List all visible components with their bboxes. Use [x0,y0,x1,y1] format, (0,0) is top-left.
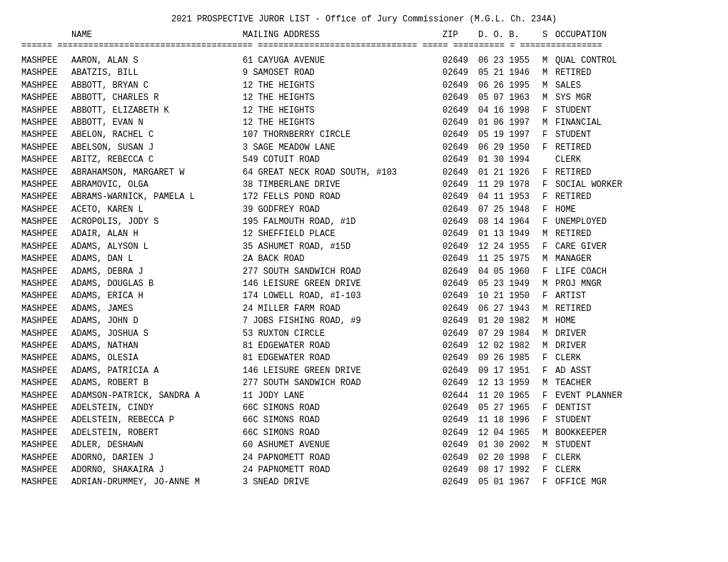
cell-zip: 02649 [443,439,478,451]
cell-city: MASHPEE [21,142,71,154]
cell-address: 9 SAMOSET ROAD [243,67,443,79]
cell-occupation: FINANCIAL [555,117,707,129]
cell-address: 66C SIMONS ROAD [243,427,443,439]
cell-dob: 04 05 1960 [478,266,542,278]
cell-city: MASHPEE [21,452,71,464]
cell-occupation: HOME [555,315,707,327]
table-row: MASHPEE ABBOTT, CHARLES R 12 THE HEIGHTS… [21,92,707,104]
table-row: MASHPEE ADAMS, ROBERT B 277 SOUTH SANDWI… [21,377,707,389]
cell-dob: 04 16 1998 [478,105,542,117]
cell-name: ABBOTT, CHARLES R [71,92,243,104]
cell-name: ADELSTEIN, ROBERT [71,427,243,439]
cell-address: 39 GODFREY ROAD [243,204,443,216]
cell-city: MASHPEE [21,67,71,79]
cell-sex: F [542,179,555,191]
cell-name: ABRAMS-WARNICK, PAMELA L [71,191,243,203]
cell-zip: 02649 [443,340,478,352]
cell-address: 66C SIMONS ROAD [243,402,443,414]
cell-dob: 12 04 1965 [478,427,542,439]
cell-address: 81 EDGEWATER ROAD [243,352,443,364]
cell-address: 61 CAYUGA AVENUE [243,55,443,67]
cell-sex: F [542,476,555,489]
cell-occupation: SALES [555,80,707,92]
cell-sex: F [542,204,555,216]
cell-name: ADAMS, OLESIA [71,352,243,364]
cell-dob: 06 29 1950 [478,142,542,154]
cell-sex: F [542,266,555,278]
cell-name: ABRAHAMSON, MARGARET W [71,167,243,179]
cell-sex: F [542,365,555,377]
cell-occupation: EVENT PLANNER [555,390,707,402]
cell-occupation: RETIRED [555,67,707,79]
cell-zip: 02649 [443,253,478,265]
cell-dob: 09 17 1951 [478,365,542,377]
cell-occupation: TEACHER [555,377,707,389]
cell-name: ABELON, RACHEL C [71,129,243,141]
cell-dob: 11 29 1978 [478,179,542,191]
cell-city: MASHPEE [21,92,71,104]
cell-occupation: PROJ MNGR [555,278,707,290]
cell-name: ADAMSON-PATRICK, SANDRA A [71,390,243,402]
table-row: MASHPEE ADAMS, DEBRA J 277 SOUTH SANDWIC… [21,266,707,278]
cell-address: 11 JODY LANE [243,390,443,402]
cell-address: 24 PAPNOMETT ROAD [243,452,443,464]
cell-occupation: HOME [555,204,707,216]
cell-dob: 05 21 1946 [478,67,542,79]
cell-zip: 02649 [443,402,478,414]
cell-name: AARON, ALAN S [71,55,243,67]
cell-sex: M [542,427,555,439]
cell-sex: M [542,55,555,67]
cell-name: ADORNO, DARIEN J [71,452,243,464]
cell-sex: M [542,278,555,290]
table-row: MASHPEE ADAMS, PATRICIA A 146 LEISURE GR… [21,365,707,377]
cell-address: 146 LEISURE GREEN DRIVE [243,278,443,290]
cell-zip: 02649 [443,129,478,141]
cell-zip: 02649 [443,228,478,240]
cell-zip: 02649 [443,328,478,340]
cell-dob: 01 20 1982 [478,315,542,327]
cell-occupation: DRIVER [555,340,707,352]
cell-occupation: RETIRED [555,167,707,179]
table-row: MASHPEE ABBOTT, ELIZABETH K 12 THE HEIGH… [21,105,707,117]
cell-dob: 01 06 1997 [478,117,542,129]
cell-zip: 02649 [443,464,478,476]
cell-occupation: SYS MGR [555,92,707,104]
cell-name: ABBOTT, ELIZABETH K [71,105,243,117]
table-row: MASHPEE AARON, ALAN S 61 CAYUGA AVENUE 0… [21,55,707,67]
cell-dob: 11 25 1975 [478,253,542,265]
cell-city: MASHPEE [21,390,71,402]
table-row: MASHPEE ADELSTEIN, CINDY 66C SIMONS ROAD… [21,402,707,414]
cell-dob: 06 26 1995 [478,80,542,92]
cell-name: ADAMS, ALYSON L [71,241,243,253]
cell-occupation: RETIRED [555,228,707,240]
cell-address: 24 MILLER FARM ROAD [243,303,443,315]
cell-name: ADRIAN-DRUMMEY, JO-ANNE M [71,476,243,489]
cell-zip: 02649 [443,352,478,364]
cell-sex: F [542,191,555,203]
table-row: MASHPEE ABITZ, REBECCA C 549 COTUIT ROAD… [21,154,707,166]
cell-dob: 04 11 1953 [478,191,542,203]
cell-sex: F [542,105,555,117]
cell-sex: M [542,92,555,104]
cell-zip: 02649 [443,303,478,315]
table-row: MASHPEE ABRAHAMSON, MARGARET W 64 GREAT … [21,167,707,179]
cell-occupation: CLERK [555,464,707,476]
header-city [21,30,71,40]
cell-occupation: BOOKKEEPER [555,427,707,439]
divider-line: ====== =================================… [21,41,707,51]
cell-city: MASHPEE [21,427,71,439]
cell-city: MASHPEE [21,216,71,228]
cell-dob: 01 21 1926 [478,167,542,179]
cell-name: ABATZIS, BILL [71,67,243,79]
cell-zip: 02649 [443,414,478,426]
cell-zip: 02649 [443,452,478,464]
table-row: MASHPEE ABELON, RACHEL C 107 THORNBERRY … [21,129,707,141]
cell-city: MASHPEE [21,129,71,141]
cell-zip: 02649 [443,427,478,439]
cell-address: 35 ASHUMET ROAD, #15D [243,241,443,253]
table-row: MASHPEE ADAMSON-PATRICK, SANDRA A 11 JOD… [21,390,707,402]
cell-address: 195 FALMOUTH ROAD, #1D [243,216,443,228]
cell-zip: 02649 [443,266,478,278]
cell-dob: 02 20 1998 [478,452,542,464]
cell-zip: 02649 [443,67,478,79]
